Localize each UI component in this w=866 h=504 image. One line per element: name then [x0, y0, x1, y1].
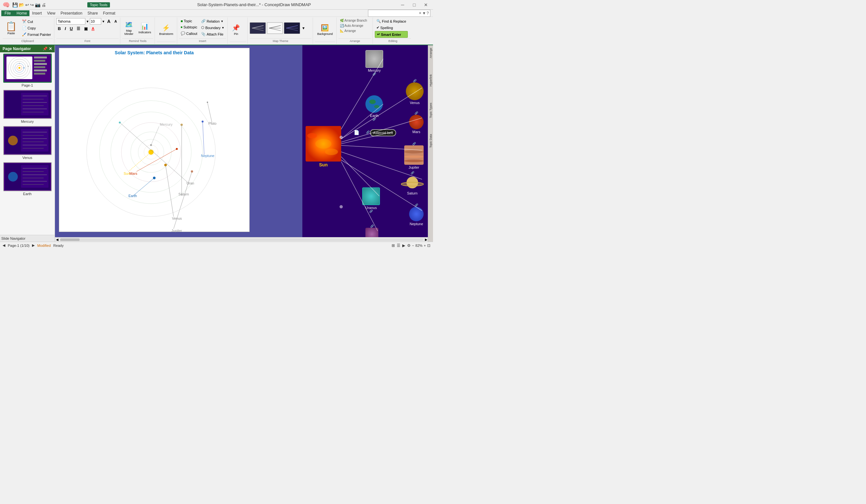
mars-node[interactable]: 🔗 Mars	[409, 112, 424, 134]
relation-button[interactable]: 🔗 Relation ▼	[200, 18, 226, 24]
venus-link-icon[interactable]: 🔗	[413, 79, 417, 82]
italic-button[interactable]: I	[63, 25, 68, 32]
jupiter-link-icon[interactable]: 🔗	[412, 142, 416, 145]
canvas-area[interactable]: Solar System: Planets and their Data	[55, 45, 433, 242]
auto-arrange-button[interactable]: 🔄 Auto Arrange	[338, 23, 368, 28]
scrollbar-thumb-h[interactable]	[60, 238, 79, 241]
font-size-dropdown[interactable]: ▼	[102, 20, 105, 23]
close-nav-icon[interactable]: ✕	[49, 47, 52, 51]
play-icon[interactable]: ▶	[402, 243, 405, 248]
font-family-input[interactable]	[56, 18, 85, 25]
list-view-icon[interactable]: ☰	[397, 243, 400, 248]
mercury-node[interactable]: Mercury 🔗	[365, 50, 383, 76]
theme-more-button[interactable]: ▼	[301, 25, 306, 31]
text-color-button[interactable]: A	[90, 26, 96, 32]
topic-button[interactable]: ■ Topic	[179, 18, 199, 24]
font-grow-button[interactable]: A	[106, 18, 112, 25]
page-thumb-1[interactable]: Page-1	[1, 54, 53, 87]
callout-button[interactable]: 💬 Callout	[179, 30, 199, 36]
sun-node[interactable]: Sun	[306, 126, 341, 167]
earth-node[interactable]: Earth 🔗	[365, 95, 383, 121]
spelling-button[interactable]: ✔ Spelling	[375, 25, 408, 31]
indicators-button[interactable]: 📊 Indicators	[136, 21, 153, 36]
bold-button[interactable]: B	[56, 25, 63, 32]
search-filter-icon[interactable]: ▼	[422, 11, 426, 15]
fit-button[interactable]: ⊡	[427, 243, 430, 248]
theme-thumb-1[interactable]	[249, 22, 266, 34]
search-clear-icon[interactable]: ✕	[419, 11, 421, 15]
menu-view[interactable]: View	[44, 10, 58, 16]
help-icon[interactable]: ?	[426, 11, 429, 15]
grid-view-icon[interactable]: ⊞	[392, 243, 395, 248]
page-thumb-mercury[interactable]: Mercury	[1, 90, 53, 123]
screenshot-icon[interactable]: 📷	[35, 2, 41, 8]
maximize-button[interactable]: □	[410, 2, 419, 8]
save-icon[interactable]: 💾	[12, 2, 18, 8]
undo-icon[interactable]: ↩	[25, 2, 29, 8]
smart-enter-button[interactable]: ↵ Smart Enter	[375, 31, 408, 38]
search-input[interactable]	[370, 11, 418, 15]
highlight-button[interactable]: ▣	[82, 26, 89, 32]
minimize-button[interactable]: ─	[398, 2, 407, 8]
paste-button[interactable]: 📋 Paste	[3, 19, 20, 36]
earth-link-icon[interactable]: 🔗	[373, 118, 376, 121]
menu-presentation[interactable]: Presentation	[58, 10, 85, 16]
zoom-in-button[interactable]: +	[424, 244, 426, 248]
font-family-dropdown[interactable]: ▼	[86, 20, 89, 23]
pluto-link-icon[interactable]: 🔗	[370, 225, 374, 228]
copy-button[interactable]: 📄 Copy	[20, 25, 53, 31]
zoom-out-button[interactable]: −	[412, 244, 414, 248]
page-thumb-earth[interactable]: Earth	[1, 162, 53, 196]
uranus-link-icon[interactable]: 🔗	[369, 210, 373, 213]
arrange-branch-button[interactable]: 🌿 Arrange Branch	[338, 18, 368, 23]
topic-data-tab[interactable]: Topic Data	[429, 134, 432, 148]
page-thumb-venus[interactable]: Venus	[1, 126, 53, 160]
align-button[interactable]: ☰	[75, 26, 82, 32]
asteroid-link-icon[interactable]: 🔗	[366, 130, 370, 134]
jupiter-node[interactable]: 🔗 Jupiter	[404, 142, 424, 169]
format-painter-button[interactable]: 🖌️ Format Painter	[20, 31, 53, 37]
theme-thumb-2[interactable]	[267, 22, 283, 34]
page-navigator-bottom[interactable]: Slide Navigator	[0, 235, 55, 242]
scroll-left-button[interactable]: ◀	[55, 238, 59, 241]
font-shrink-button[interactable]: A	[113, 19, 119, 24]
map-minder-button[interactable]: 🗺️ MapMinder	[122, 19, 136, 37]
boundary-dropdown[interactable]: ▼	[222, 26, 224, 30]
find-replace-button[interactable]: 🔍 Find & Replace	[375, 18, 408, 24]
close-button[interactable]: ✕	[421, 2, 430, 8]
mars-link-icon[interactable]: 🔗	[414, 112, 418, 115]
attach-file-button[interactable]: 📎 Attach File	[200, 31, 226, 37]
cut-button[interactable]: ✂️ Cut	[20, 19, 53, 25]
venus-node[interactable]: 🔗 Venus	[406, 79, 424, 105]
subtopic-button[interactable]: ■ Subtopic	[179, 24, 199, 30]
neptune-link-icon[interactable]: 🔗	[414, 204, 418, 207]
mercury-link-icon[interactable]: 🔗	[373, 72, 376, 76]
brainstorm-button[interactable]: ⚡ Brainstorm	[157, 22, 176, 37]
menu-file[interactable]: File	[1, 10, 14, 16]
menu-insert[interactable]: Insert	[30, 10, 44, 16]
hyperlink-tab[interactable]: Hyperlink	[429, 74, 432, 87]
saturn-node[interactable]: 🔗 Saturn	[401, 171, 424, 195]
print-icon[interactable]: 🖨	[41, 2, 46, 8]
horizontal-scrollbar[interactable]: ◀ ▶	[55, 237, 429, 242]
arrange-button[interactable]: 📐 Arrange	[338, 28, 368, 33]
uranus-node[interactable]: Uranus 🔗	[362, 187, 380, 213]
next-page-button[interactable]: ▶	[32, 243, 35, 248]
menu-share[interactable]: Share	[85, 10, 101, 16]
settings-icon[interactable]: ⚙	[407, 243, 411, 248]
relation-dropdown[interactable]: ▼	[221, 20, 223, 23]
boundary-button[interactable]: ⬡ Boundary ▼	[200, 25, 226, 31]
prev-page-button[interactable]: ◀	[3, 243, 5, 248]
neptune-node[interactable]: 🔗 Neptune	[409, 204, 424, 226]
background-button[interactable]: 🖼️ Background	[315, 22, 335, 37]
pin-nav-icon[interactable]: 📌	[43, 47, 47, 51]
arrange-tab[interactable]: Arrange	[429, 48, 432, 58]
menu-home[interactable]: Home	[14, 10, 30, 16]
redo-icon[interactable]: ↪	[30, 2, 34, 8]
underline-button[interactable]: U	[68, 25, 74, 32]
open-icon[interactable]: 📂	[19, 2, 24, 8]
topic-types-tab[interactable]: Topic Types	[429, 103, 432, 118]
asteroid-belt-node[interactable]: Asteroid belt 🔗 📄	[370, 129, 396, 136]
pin-button[interactable]: 📌 Pin	[230, 22, 243, 37]
theme-thumb-3[interactable]	[284, 22, 300, 34]
